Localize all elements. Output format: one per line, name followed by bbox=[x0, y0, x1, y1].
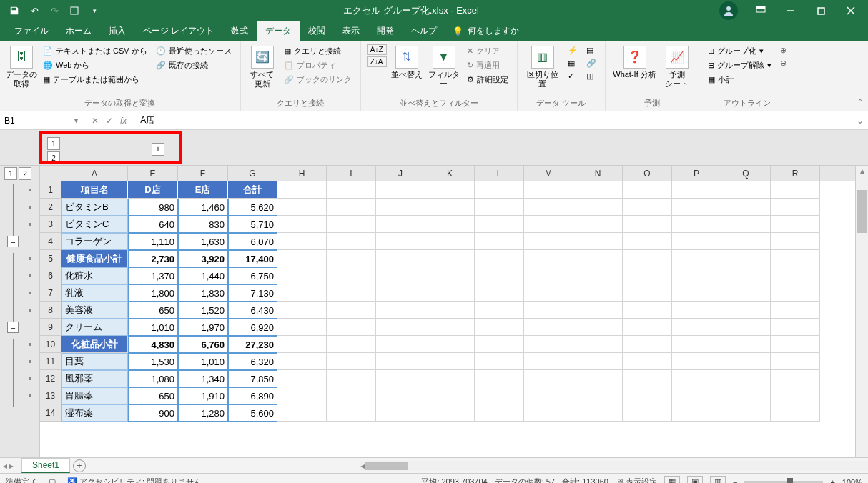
recent-sources-button[interactable]: 🕓最近使ったソース bbox=[153, 44, 235, 58]
data-cell[interactable]: 3,920 bbox=[178, 250, 228, 267]
sort-desc-button[interactable]: Z↓A bbox=[367, 56, 387, 67]
normal-view-button[interactable]: ▦ bbox=[664, 476, 680, 484]
item-name-cell[interactable]: ビタミンC bbox=[61, 216, 128, 233]
empty-cell[interactable] bbox=[771, 302, 820, 319]
zoom-level[interactable]: 100% bbox=[842, 478, 862, 484]
sort-asc-button[interactable]: A↓Z bbox=[367, 44, 387, 55]
group-button[interactable]: ⊞ グループ化 ▾ bbox=[705, 44, 774, 58]
tab-file[interactable]: ファイル bbox=[6, 21, 57, 41]
maximize-button[interactable] bbox=[807, 1, 835, 21]
empty-cell[interactable] bbox=[573, 353, 623, 370]
empty-cell[interactable] bbox=[277, 370, 327, 387]
column-header[interactable]: I bbox=[327, 166, 376, 181]
empty-cell[interactable] bbox=[721, 319, 771, 336]
clear-filter-button[interactable]: ✕クリア bbox=[464, 44, 511, 58]
empty-cell[interactable] bbox=[277, 336, 327, 353]
minimize-button[interactable] bbox=[776, 1, 805, 21]
item-name-cell[interactable]: 美容液 bbox=[61, 302, 128, 319]
sheet-nav[interactable]: ◂ ▸ bbox=[3, 461, 14, 471]
empty-cell[interactable] bbox=[524, 284, 573, 302]
empty-cell[interactable] bbox=[327, 302, 376, 319]
tab-help[interactable]: ヘルプ bbox=[403, 21, 445, 41]
empty-cell[interactable] bbox=[524, 267, 573, 284]
select-all-corner[interactable] bbox=[40, 166, 61, 181]
data-cell[interactable]: 1,520 bbox=[178, 302, 228, 319]
empty-cell[interactable] bbox=[376, 336, 425, 353]
data-cell[interactable]: 17,400 bbox=[228, 250, 277, 267]
relationships-button[interactable]: 🔗 bbox=[583, 57, 599, 69]
empty-cell[interactable] bbox=[524, 370, 573, 387]
empty-cell[interactable] bbox=[425, 181, 475, 199]
column-header[interactable]: L bbox=[475, 166, 524, 181]
empty-cell[interactable] bbox=[721, 353, 771, 370]
empty-cell[interactable] bbox=[573, 284, 623, 302]
empty-cell[interactable] bbox=[623, 336, 672, 353]
column-header[interactable]: J bbox=[376, 166, 425, 181]
page-break-view-button[interactable]: ▥ bbox=[710, 476, 726, 484]
tab-review[interactable]: 校閲 bbox=[300, 21, 334, 41]
column-header[interactable]: M bbox=[524, 166, 573, 181]
empty-cell[interactable] bbox=[771, 233, 820, 250]
empty-cell[interactable] bbox=[721, 336, 771, 353]
empty-cell[interactable] bbox=[672, 181, 721, 199]
data-model-button[interactable]: ◫ bbox=[583, 70, 599, 82]
empty-cell[interactable] bbox=[573, 199, 623, 216]
empty-cell[interactable] bbox=[721, 370, 771, 387]
empty-cell[interactable] bbox=[771, 199, 820, 216]
user-avatar[interactable] bbox=[719, 1, 738, 20]
table-header[interactable]: D店 bbox=[128, 181, 178, 199]
data-cell[interactable]: 6,890 bbox=[228, 387, 277, 404]
empty-cell[interactable] bbox=[277, 250, 327, 267]
tab-pagelayout[interactable]: ページ レイアウト bbox=[134, 21, 222, 41]
empty-cell[interactable] bbox=[425, 387, 475, 404]
empty-cell[interactable] bbox=[524, 319, 573, 336]
consolidate-button[interactable]: ▤ bbox=[583, 44, 599, 56]
data-validation-button[interactable]: ✓ bbox=[565, 70, 581, 82]
data-cell[interactable]: 1,010 bbox=[128, 319, 178, 336]
empty-cell[interactable] bbox=[623, 181, 672, 199]
empty-cell[interactable] bbox=[475, 267, 524, 284]
item-name-cell[interactable]: 目薬 bbox=[61, 353, 128, 370]
empty-cell[interactable] bbox=[475, 250, 524, 267]
empty-cell[interactable] bbox=[376, 284, 425, 302]
empty-cell[interactable] bbox=[277, 302, 327, 319]
row-header[interactable]: 11 bbox=[40, 353, 61, 370]
empty-cell[interactable] bbox=[475, 319, 524, 336]
empty-cell[interactable] bbox=[475, 353, 524, 370]
empty-cell[interactable] bbox=[721, 199, 771, 216]
ribbon-options-icon[interactable] bbox=[746, 1, 775, 21]
empty-cell[interactable] bbox=[376, 216, 425, 233]
row-header[interactable]: 2 bbox=[40, 199, 61, 216]
empty-cell[interactable] bbox=[376, 181, 425, 199]
table-header[interactable]: 合計 bbox=[228, 181, 277, 199]
empty-cell[interactable] bbox=[475, 370, 524, 387]
data-cell[interactable]: 1,530 bbox=[128, 353, 178, 370]
empty-cell[interactable] bbox=[277, 267, 327, 284]
data-cell[interactable]: 980 bbox=[128, 199, 178, 216]
whatif-button[interactable]: ❓What-If 分析 bbox=[611, 44, 659, 79]
empty-cell[interactable] bbox=[425, 353, 475, 370]
column-header[interactable]: K bbox=[425, 166, 475, 181]
empty-cell[interactable] bbox=[771, 319, 820, 336]
data-cell[interactable]: 1,010 bbox=[178, 353, 228, 370]
empty-cell[interactable] bbox=[327, 319, 376, 336]
enter-icon[interactable]: ✓ bbox=[106, 116, 113, 126]
empty-cell[interactable] bbox=[721, 284, 771, 302]
empty-cell[interactable] bbox=[672, 216, 721, 233]
zoom-in-button[interactable]: + bbox=[830, 478, 834, 484]
empty-cell[interactable] bbox=[623, 387, 672, 404]
data-cell[interactable]: 1,280 bbox=[178, 404, 228, 422]
data-cell[interactable]: 7,850 bbox=[228, 370, 277, 387]
empty-cell[interactable] bbox=[277, 387, 327, 404]
column-header[interactable]: O bbox=[623, 166, 672, 181]
horizontal-scrollbar[interactable]: ◂ bbox=[360, 461, 868, 471]
empty-cell[interactable] bbox=[771, 336, 820, 353]
empty-cell[interactable] bbox=[672, 319, 721, 336]
empty-cell[interactable] bbox=[475, 181, 524, 199]
forecast-sheet-button[interactable]: 📈予測 シート bbox=[661, 44, 693, 89]
empty-cell[interactable] bbox=[573, 302, 623, 319]
empty-cell[interactable] bbox=[425, 233, 475, 250]
data-cell[interactable]: 2,730 bbox=[128, 250, 178, 267]
empty-cell[interactable] bbox=[771, 216, 820, 233]
empty-cell[interactable] bbox=[475, 302, 524, 319]
